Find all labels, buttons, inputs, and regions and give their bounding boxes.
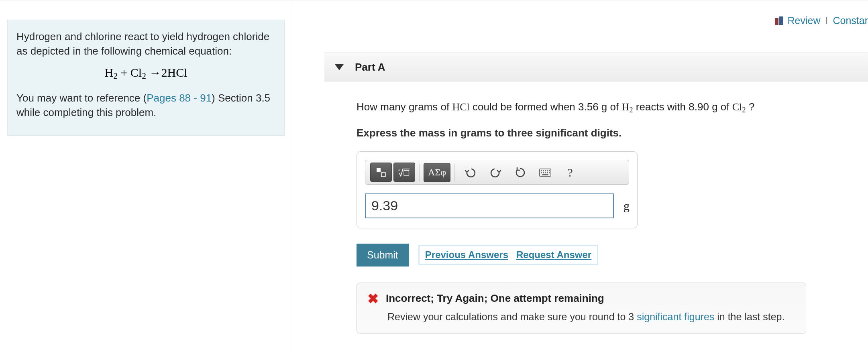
- redo-button[interactable]: [484, 163, 507, 182]
- eq-sub-2: 2: [142, 71, 146, 81]
- svg-rect-14: [549, 172, 550, 173]
- answer-unit: g: [614, 193, 630, 218]
- help-button[interactable]: ?: [559, 163, 581, 182]
- eq-cl: Cl: [130, 66, 142, 79]
- intro-text: Hydrogen and chlorine react to yield hyd…: [16, 30, 275, 59]
- feedback-post: in the last step.: [714, 311, 784, 322]
- svg-rect-3: [404, 170, 409, 175]
- reference-link[interactable]: Pages 88 - 91: [147, 92, 212, 104]
- eq-rhs-coef: 2: [161, 66, 167, 79]
- constants-link[interactable]: Constar: [833, 15, 868, 26]
- request-answer-link[interactable]: Request Answer: [516, 249, 591, 260]
- toolbar-sep-1: [419, 163, 420, 181]
- q-pre: How many grams of: [357, 101, 452, 113]
- answer-input[interactable]: [365, 193, 614, 218]
- fraction-template-button[interactable]: [370, 163, 392, 182]
- instruction-text: Express the mass in grams to three signi…: [357, 127, 840, 139]
- right-panel: Review I Constar Part A How many grams o…: [292, 0, 868, 354]
- top-links: Review I Constar: [775, 15, 868, 26]
- question-text: How many grams of HCl could be formed wh…: [357, 99, 840, 116]
- problem-info-box: Hydrogen and chlorine react to yield hyd…: [7, 20, 285, 136]
- keyboard-button[interactable]: [534, 163, 556, 182]
- svg-rect-5: [541, 170, 542, 171]
- eq-plus: +: [118, 66, 130, 79]
- ref-pre: You may want to reference (: [16, 92, 147, 104]
- top-links-divider: I: [825, 15, 828, 26]
- incorrect-x-icon: ✖: [367, 292, 379, 305]
- svg-rect-7: [545, 170, 546, 171]
- answer-links-box: Previous Answers Request Answer: [418, 245, 598, 265]
- svg-rect-15: [542, 174, 548, 175]
- reference-text: You may want to reference (Pages 88 - 91…: [16, 91, 275, 120]
- q-hcl: HCl: [452, 101, 469, 113]
- q-cl2-base: Cl: [732, 101, 742, 113]
- eq-h: H: [104, 66, 113, 79]
- chemical-equation: H2 + Cl2 →2HCl: [16, 64, 275, 82]
- q-end: ?: [746, 101, 755, 113]
- action-row: Submit Previous Answers Request Answer: [357, 244, 840, 267]
- svg-rect-0: [377, 168, 381, 172]
- answer-input-row: g: [365, 193, 629, 218]
- reset-button[interactable]: [509, 163, 532, 182]
- q-h2-sub: 2: [629, 106, 633, 114]
- book-icon: [775, 16, 783, 25]
- undo-button[interactable]: [459, 163, 482, 182]
- svg-text:x: x: [398, 167, 400, 171]
- answer-box: x ΑΣφ ?: [357, 151, 638, 228]
- eq-rhs: HCl: [167, 66, 187, 79]
- svg-rect-9: [549, 170, 550, 171]
- svg-rect-12: [545, 172, 546, 173]
- part-content: How many grams of HCl could be formed wh…: [357, 99, 840, 334]
- equation-toolbar: x ΑΣφ ?: [365, 160, 629, 185]
- feedback-header: ✖ Incorrect; Try Again; One attempt rema…: [367, 292, 795, 305]
- svg-rect-13: [547, 172, 548, 173]
- q-h2-base: H: [621, 101, 629, 113]
- feedback-box: ✖ Incorrect; Try Again; One attempt rema…: [357, 283, 806, 334]
- svg-rect-11: [543, 172, 544, 173]
- tool-group-templates: x: [369, 160, 416, 184]
- feedback-body: Review your calculations and make sure y…: [387, 311, 795, 323]
- review-link[interactable]: Review: [788, 15, 821, 26]
- submit-button[interactable]: Submit: [357, 244, 409, 267]
- eq-sub-1: 2: [113, 71, 118, 81]
- svg-rect-1: [381, 173, 385, 177]
- svg-rect-8: [547, 170, 548, 171]
- left-panel: Hydrogen and chlorine react to yield hyd…: [0, 0, 292, 354]
- q-cl2-sub: 2: [742, 106, 746, 114]
- feedback-pre: Review your calculations and make sure y…: [387, 311, 637, 322]
- significant-figures-link[interactable]: significant figures: [637, 311, 714, 322]
- svg-rect-6: [543, 170, 544, 171]
- greek-letters-button[interactable]: ΑΣφ: [424, 163, 450, 182]
- toolbar-sep-2: [454, 163, 455, 181]
- q-mid1: could be formed when 3.56 g of: [470, 101, 622, 113]
- caret-down-icon: [335, 64, 344, 70]
- q-mid2: reacts with 8.90 g of: [633, 101, 732, 113]
- part-header[interactable]: Part A: [324, 53, 868, 81]
- svg-rect-10: [541, 172, 542, 173]
- previous-answers-link[interactable]: Previous Answers: [425, 249, 508, 260]
- part-title: Part A: [355, 61, 385, 73]
- root-template-button[interactable]: x: [393, 163, 415, 182]
- eq-arrow: →: [146, 66, 161, 79]
- feedback-title: Incorrect; Try Again; One attempt remain…: [386, 292, 604, 305]
